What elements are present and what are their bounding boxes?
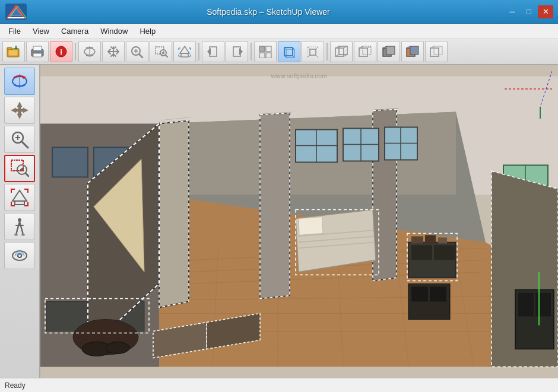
app-logo <box>5 2 27 21</box>
left-btn-look[interactable] <box>4 242 35 269</box>
menu-bar: File View Camera Window Help <box>0 24 558 39</box>
menu-view[interactable]: View <box>27 26 55 37</box>
menu-file[interactable]: File <box>2 26 27 37</box>
svg-rect-72 <box>410 46 418 55</box>
toolbar-shaded-texture[interactable] <box>401 41 424 62</box>
left-btn-orbit[interactable] <box>4 68 35 95</box>
toolbar-sep-1 <box>75 43 76 60</box>
svg-rect-6 <box>7 47 12 50</box>
svg-marker-90 <box>12 190 27 201</box>
toolbar-shaded[interactable] <box>378 41 400 62</box>
svg-marker-122 <box>159 121 189 308</box>
toolbar-next-view[interactable] <box>226 41 248 62</box>
svg-rect-51 <box>310 49 316 55</box>
svg-marker-27 <box>180 46 189 53</box>
svg-rect-41 <box>259 46 265 52</box>
svg-rect-7 <box>8 50 18 56</box>
toolbar-pan[interactable] <box>102 41 125 62</box>
svg-rect-69 <box>386 46 395 55</box>
window-title: Softpedia.skp – SketchUp Viewer <box>32 7 505 17</box>
svg-rect-44 <box>266 53 271 58</box>
svg-rect-58 <box>335 48 344 56</box>
svg-rect-118 <box>52 148 88 177</box>
toolbar-orbit[interactable] <box>78 41 101 62</box>
svg-point-159 <box>106 342 129 354</box>
toolbar-zoom-window[interactable] <box>150 41 172 62</box>
main-toolbar: i <box>0 39 558 65</box>
svg-line-53 <box>316 47 318 49</box>
toolbar-standard-views[interactable] <box>254 41 277 62</box>
svg-rect-166 <box>518 293 534 317</box>
svg-marker-125 <box>260 113 290 299</box>
svg-line-82 <box>22 142 28 148</box>
svg-rect-59 <box>339 46 347 55</box>
toolbar-perspective[interactable] <box>302 41 324 62</box>
svg-rect-170 <box>411 287 428 302</box>
maximize-button[interactable]: □ <box>521 5 537 18</box>
toolbar-prev-view[interactable] <box>202 41 224 62</box>
svg-point-94 <box>21 234 25 236</box>
menu-window[interactable]: Window <box>94 26 134 37</box>
toolbar-zoom[interactable] <box>126 41 148 62</box>
svg-rect-43 <box>259 53 265 58</box>
svg-text:i: i <box>60 47 62 56</box>
svg-rect-167 <box>535 293 551 317</box>
svg-rect-9 <box>15 46 17 47</box>
svg-rect-12 <box>33 53 42 57</box>
svg-rect-154 <box>411 237 423 244</box>
svg-line-19 <box>139 54 142 58</box>
title-bar: Softpedia.skp – SketchUp Viewer ─ □ ✕ <box>0 0 558 24</box>
svg-line-54 <box>307 55 310 58</box>
svg-rect-155 <box>425 235 436 244</box>
svg-rect-13 <box>40 50 42 52</box>
toolbar-hidden-line[interactable] <box>354 41 376 62</box>
status-bar: Ready <box>0 378 558 392</box>
toolbar-print[interactable] <box>26 41 49 62</box>
toolbar-zoom-extents[interactable] <box>173 41 196 62</box>
svg-line-87 <box>26 173 28 176</box>
left-btn-zoom[interactable] <box>4 126 35 153</box>
svg-rect-153 <box>434 246 455 260</box>
menu-camera[interactable]: Camera <box>55 26 94 37</box>
svg-rect-152 <box>411 246 432 260</box>
svg-line-24 <box>166 55 167 57</box>
window-controls: ─ □ ✕ <box>505 5 553 18</box>
svg-line-52 <box>307 47 310 49</box>
svg-rect-156 <box>438 238 447 244</box>
toolbar-sep-2 <box>198 43 199 60</box>
svg-line-55 <box>316 55 318 58</box>
svg-rect-28 <box>181 53 188 57</box>
toolbar-sep-3 <box>251 43 252 60</box>
left-btn-pan[interactable] <box>4 97 35 124</box>
menu-help[interactable]: Help <box>134 26 161 37</box>
main-area: www.softpedia.com <box>0 65 558 378</box>
toolbar-sep-4 <box>326 43 328 60</box>
svg-point-93 <box>14 234 18 236</box>
svg-rect-74 <box>430 48 439 56</box>
toolbar-monochrome[interactable] <box>425 41 448 62</box>
svg-rect-91 <box>15 201 24 205</box>
minimize-button[interactable]: ─ <box>505 5 520 18</box>
close-button[interactable]: ✕ <box>538 5 553 18</box>
left-btn-zoom-window[interactable] <box>4 155 35 182</box>
left-toolbar <box>0 65 40 378</box>
svg-marker-38 <box>207 48 211 55</box>
left-btn-walk[interactable] <box>4 213 35 240</box>
svg-marker-40 <box>239 48 243 55</box>
svg-rect-42 <box>266 46 271 52</box>
toolbar-open[interactable] <box>2 41 25 62</box>
svg-rect-64 <box>359 48 367 56</box>
toolbar-parallel[interactable] <box>278 41 300 62</box>
svg-rect-11 <box>33 46 42 50</box>
svg-marker-147 <box>299 217 323 235</box>
svg-rect-75 <box>434 46 442 55</box>
svg-rect-171 <box>430 287 446 302</box>
viewport[interactable]: www.softpedia.com <box>40 65 558 378</box>
status-text: Ready <box>5 381 26 390</box>
left-btn-zoom-extents[interactable] <box>4 184 35 211</box>
toolbar-info[interactable]: i <box>50 41 72 62</box>
toolbar-wireframe[interactable] <box>330 41 353 62</box>
